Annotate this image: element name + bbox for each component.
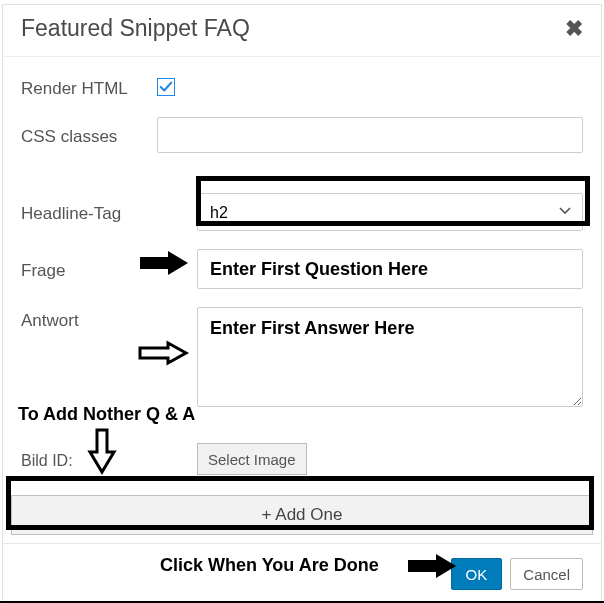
label-bild-id: Bild ID: [21,448,197,470]
close-icon[interactable]: ✖ [565,16,583,42]
modal-header: Featured Snippet FAQ ✖ [3,5,601,57]
label-headline-tag: Headline-Tag [21,200,197,224]
modal-footer: OK Cancel [3,543,601,594]
modal-body: Render HTML CSS classes Headline-Tag h2 … [3,57,601,491]
select-headline-tag[interactable]: h2 [197,193,583,231]
label-render-html: Render HTML [21,75,157,99]
label-css-classes: CSS classes [21,123,157,147]
modal-title: Featured Snippet FAQ [21,15,250,42]
row-frage: Frage [21,249,583,289]
input-css-classes[interactable] [157,117,583,153]
input-frage[interactable] [197,249,583,289]
checkbox-render-html[interactable] [157,78,175,96]
row-css-classes: CSS classes [21,117,583,153]
row-headline-tag: Headline-Tag h2 [21,193,583,231]
row-bild-id: Bild ID: Select Image [21,443,583,475]
select-wrap: h2 [197,193,583,231]
modal-dialog: Featured Snippet FAQ ✖ Render HTML CSS c… [2,4,602,603]
add-one-button[interactable]: + Add One [11,495,593,535]
label-antwort: Antwort [21,307,197,331]
ok-button[interactable]: OK [451,558,503,590]
cancel-button[interactable]: Cancel [510,558,583,590]
label-frage: Frage [21,257,197,281]
row-antwort: Antwort [21,307,583,407]
row-render-html: Render HTML [21,75,583,99]
select-image-button[interactable]: Select Image [197,443,307,475]
textarea-antwort[interactable] [197,307,583,407]
